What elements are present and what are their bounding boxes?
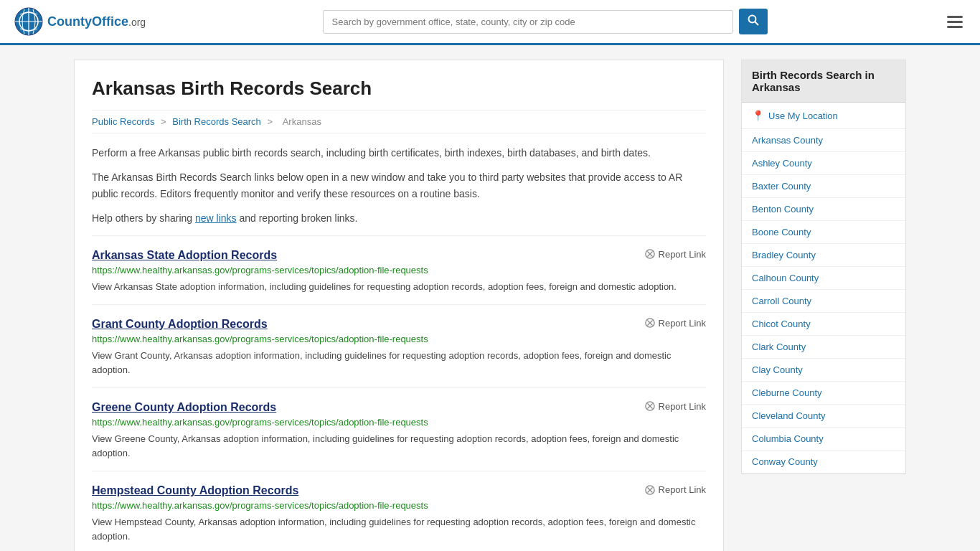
description-3-pre: Help others by sharing — [92, 212, 195, 224]
report-link-button[interactable]: Report Link — [645, 318, 706, 329]
sidebar-county-item[interactable]: Cleveland County — [742, 405, 905, 428]
report-icon — [645, 401, 655, 411]
breadcrumb-state: Arkansas — [283, 116, 321, 127]
logo[interactable]: CountyOffice.org — [14, 7, 146, 36]
record-title[interactable]: Arkansas State Adoption Records — [92, 249, 277, 262]
logo-org: .org — [128, 17, 146, 28]
record-title[interactable]: Grant County Adoption Records — [92, 318, 268, 331]
description-1: Perform a free Arkansas public birth rec… — [92, 145, 706, 161]
site-header: CountyOffice.org — [0, 0, 980, 45]
record-url[interactable]: https://www.healthy.arkansas.gov/program… — [92, 500, 706, 511]
breadcrumb-birth-records[interactable]: Birth Records Search — [172, 116, 261, 127]
breadcrumb: Public Records > Birth Records Search > … — [92, 110, 706, 133]
sidebar-county-item[interactable]: Columbia County — [742, 428, 905, 451]
sidebar-county-item[interactable]: Arkansas County — [742, 129, 905, 152]
sidebar-county-item[interactable]: Bradley County — [742, 244, 905, 267]
svg-point-4 — [748, 16, 755, 23]
menu-line — [947, 21, 963, 23]
location-pin-icon: 📍 — [752, 110, 764, 121]
record-header: Greene County Adoption Records Report Li… — [92, 401, 706, 414]
sidebar-county-item[interactable]: Calhoun County — [742, 267, 905, 290]
sidebar-county-item[interactable]: Ashley County — [742, 152, 905, 175]
record-description: View Arkansas State adoption information… — [92, 280, 706, 294]
record-item: Greene County Adoption Records Report Li… — [92, 387, 706, 471]
sidebar-county-item[interactable]: Baxter County — [742, 175, 905, 198]
search-button[interactable] — [739, 9, 768, 34]
sidebar-county-item[interactable]: Benton County — [742, 198, 905, 221]
sidebar-county-item[interactable]: Conway County — [742, 451, 905, 474]
report-icon — [645, 485, 655, 495]
record-description: View Greene County, Arkansas adoption in… — [92, 432, 706, 461]
description-3-post: and reporting broken links. — [237, 212, 358, 224]
sidebar-title: Birth Records Search in Arkansas — [742, 60, 905, 103]
main-container: Arkansas Birth Records Search Public Rec… — [60, 45, 920, 551]
use-my-location-button[interactable]: 📍 Use My Location — [742, 103, 905, 129]
logo-icon — [14, 7, 43, 36]
breadcrumb-sep2: > — [267, 116, 273, 127]
report-icon — [645, 318, 655, 328]
sidebar-county-item[interactable]: Cleburne County — [742, 382, 905, 405]
record-item: Arkansas State Adoption Records Report L… — [92, 235, 706, 304]
svg-line-5 — [755, 22, 758, 26]
description-3: Help others by sharing new links and rep… — [92, 210, 706, 226]
report-icon — [645, 249, 655, 259]
report-link-button[interactable]: Report Link — [645, 484, 706, 495]
breadcrumb-sep1: > — [161, 116, 166, 127]
menu-line — [947, 26, 963, 28]
search-area — [323, 9, 768, 34]
menu-line — [947, 16, 963, 18]
record-url[interactable]: https://www.healthy.arkansas.gov/program… — [92, 334, 706, 344]
record-header: Arkansas State Adoption Records Report L… — [92, 249, 706, 262]
record-description: View Grant County, Arkansas adoption inf… — [92, 349, 706, 377]
sidebar-county-item[interactable]: Clark County — [742, 336, 905, 359]
breadcrumb-public-records[interactable]: Public Records — [92, 116, 154, 127]
record-url[interactable]: https://www.healthy.arkansas.gov/program… — [92, 417, 706, 428]
sidebar: Birth Records Search in Arkansas 📍 Use M… — [741, 60, 906, 551]
page-title: Arkansas Birth Records Search — [92, 77, 706, 100]
record-description: View Hempstead County, Arkansas adoption… — [92, 515, 706, 544]
record-title[interactable]: Hempstead County Adoption Records — [92, 484, 298, 497]
sidebar-box: Birth Records Search in Arkansas 📍 Use M… — [741, 60, 906, 474]
report-link-button[interactable]: Report Link — [645, 249, 706, 260]
search-icon — [748, 14, 759, 26]
sidebar-county-item[interactable]: Chicot County — [742, 313, 905, 336]
sidebar-county-item[interactable]: Carroll County — [742, 290, 905, 313]
record-header: Hempstead County Adoption Records Report… — [92, 484, 706, 497]
use-my-location-label: Use My Location — [768, 110, 838, 121]
counties-list: Arkansas CountyAshley CountyBaxter Count… — [742, 129, 905, 474]
description-2: The Arkansas Birth Records Search links … — [92, 169, 706, 202]
new-links-link[interactable]: new links — [195, 212, 237, 224]
sidebar-county-item[interactable]: Clay County — [742, 359, 905, 382]
search-input[interactable] — [323, 10, 733, 34]
report-link-button[interactable]: Report Link — [645, 401, 706, 412]
record-title[interactable]: Greene County Adoption Records — [92, 401, 276, 414]
logo-text: CountyOffice — [47, 14, 128, 29]
records-list: Arkansas State Adoption Records Report L… — [92, 235, 706, 551]
record-item: Hempstead County Adoption Records Report… — [92, 471, 706, 551]
record-url[interactable]: https://www.healthy.arkansas.gov/program… — [92, 265, 706, 276]
hamburger-menu-button[interactable] — [944, 13, 966, 31]
record-item: Grant County Adoption Records Report Lin… — [92, 304, 706, 387]
record-header: Grant County Adoption Records Report Lin… — [92, 318, 706, 331]
sidebar-county-item[interactable]: Boone County — [742, 221, 905, 244]
logo-wordmark: CountyOffice.org — [47, 14, 146, 29]
main-content: Arkansas Birth Records Search Public Rec… — [74, 60, 724, 551]
